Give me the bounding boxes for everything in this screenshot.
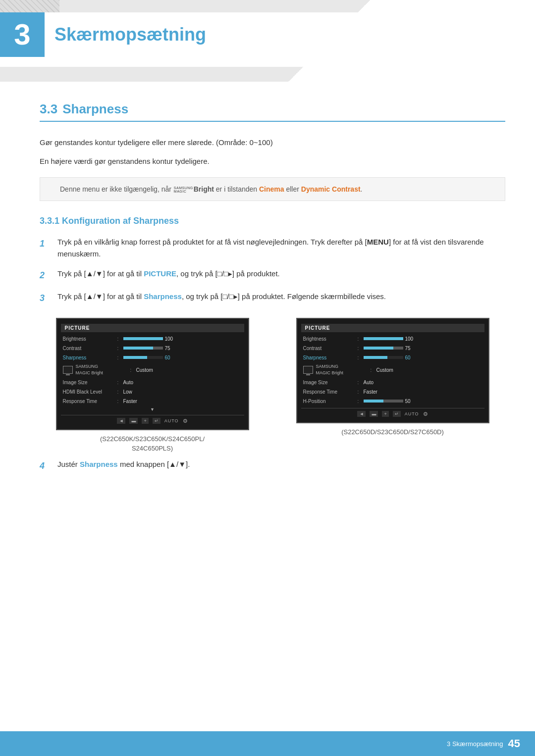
steps-list: 1 Tryk på en vilkårlig knap forrest på p…	[40, 236, 505, 305]
step-text-3: Tryk på [▲/▼] for at gå til Sharpness, o…	[57, 291, 505, 302]
screens-row: PICTURE Brightness : 100 Contrast :	[40, 318, 505, 454]
section-number: 3.3	[40, 101, 57, 116]
note-text: Denne menu er ikke tilgængelig, når SAMS…	[60, 185, 363, 193]
osd-row-contrast-left: Contrast : 75	[61, 344, 244, 353]
osd-screen-left: PICTURE Brightness : 100 Contrast :	[56, 318, 249, 430]
osd-title-left: PICTURE	[61, 324, 244, 332]
section-heading: 3.3Sharpness	[40, 101, 505, 122]
osd-row-brightness-left: Brightness : 100	[61, 334, 244, 344]
osd-title-right: PICTURE	[301, 324, 484, 332]
body-para2: En højere værdi gør genstandens kontur t…	[40, 155, 505, 167]
monitor-icon-right	[303, 366, 313, 374]
brand-samsung-magic: SAMSUNGMAGIC	[174, 186, 193, 193]
sharpness-highlight-step3: Sharpness	[144, 292, 182, 301]
step-text-1: Tryk på en vilkårlig knap forrest på pro…	[57, 236, 505, 260]
osd-row-contrast-right: Contrast : 75	[301, 344, 484, 353]
chapter-title: Skærmopsætning	[54, 24, 206, 45]
osd-row-brightness-right: Brightness : 100	[301, 334, 484, 344]
osd-screen-right: PICTURE Brightness : 100 Contrast :	[296, 318, 489, 423]
osd-row-hdmi-left: HDMI Black Level : Low	[61, 387, 244, 397]
osd-row-response-right: Response Time : Faster	[301, 387, 484, 397]
osd-bottom-right: ◄ ▬ + ↵ AUTO ⚙	[301, 408, 484, 418]
sharpness-highlight-step4: Sharpness	[80, 460, 118, 468]
osd-row-hposition-right: H-Position : 50	[301, 397, 484, 406]
osd-row-sharpness-left: Sharpness : 60	[61, 353, 244, 362]
note-box: Denne menu er ikke tilgængelig, når SAMS…	[40, 177, 505, 201]
step-num-3: 3	[40, 291, 54, 305]
osd-row-imagesize-right: Image Size : Auto	[301, 378, 484, 387]
screen-left-wrapper: PICTURE Brightness : 100 Contrast :	[40, 318, 265, 454]
screen-caption-right: (S22C650D/S23C650D/S27C650D)	[341, 427, 444, 437]
chapter-number: 3	[14, 20, 30, 50]
step-4: 4 Justér Sharpness med knappen [▲/▼].	[40, 458, 505, 473]
page-footer: 3 Skærmopsætning 45	[0, 731, 535, 756]
step-2: 2 Tryk på [▲/▼] for at gå til PICTURE, o…	[40, 268, 505, 283]
osd-row-magic-right: SAMSUNGMAGIC Bright : Custom	[301, 362, 484, 378]
subsection-number: 3.3.1	[40, 216, 59, 226]
step-text-2: Tryk på [▲/▼] for at gå til PICTURE, og …	[57, 268, 505, 280]
step-num-2: 2	[40, 268, 54, 283]
chapter-header-section: 3 Skærmopsætning	[0, 0, 535, 82]
section-title-text: Sharpness	[62, 101, 128, 116]
osd-row-magic-left: SAMSUNGMAGIC Bright : Custom	[61, 362, 244, 378]
footer-page-number: 45	[508, 737, 520, 750]
body-para1: Gør genstandes kontur tydeligere eller m…	[40, 137, 505, 149]
chapter-number-box: 3	[0, 12, 45, 57]
subsection-heading: 3.3.1 Konfiguration af Sharpness	[40, 216, 505, 226]
screen-caption-left: (S22C650K/S23C650K/S24C650PL/S24C650PLS)	[100, 434, 205, 454]
osd-row-imagesize-left: Image Size : Auto	[61, 378, 244, 387]
step-1: 1 Tryk på en vilkårlig knap forrest på p…	[40, 236, 505, 260]
osd-row-sharpness-right: Sharpness : 60	[301, 353, 484, 362]
osd-scroll-down-left: ▼	[61, 406, 244, 413]
dynamic-contrast-highlight: Dynamic Contrast	[301, 185, 361, 193]
step-num-4: 4	[40, 458, 54, 473]
osd-bottom-left: ◄ ▬ + ↵ AUTO ⚙	[61, 415, 244, 425]
screen-right-wrapper: PICTURE Brightness : 100 Contrast :	[280, 318, 505, 454]
main-content: 3.3Sharpness Gør genstandes kontur tydel…	[0, 101, 535, 521]
steps-list-2: 4 Justér Sharpness med knappen [▲/▼].	[40, 458, 505, 473]
footer-chapter-label: 3 Skærmopsætning	[447, 740, 503, 748]
monitor-icon-left	[63, 366, 73, 374]
subsection-title-text: Konfiguration af Sharpness	[62, 216, 179, 226]
step-num-1: 1	[40, 236, 54, 251]
step-text-4: Justér Sharpness med knappen [▲/▼].	[57, 458, 505, 470]
step-3: 3 Tryk på [▲/▼] for at gå til Sharpness,…	[40, 291, 505, 305]
cinema-highlight: Cinema	[259, 185, 284, 193]
picture-highlight: PICTURE	[144, 269, 176, 278]
osd-row-response-left: Response Time : Faster	[61, 397, 244, 406]
